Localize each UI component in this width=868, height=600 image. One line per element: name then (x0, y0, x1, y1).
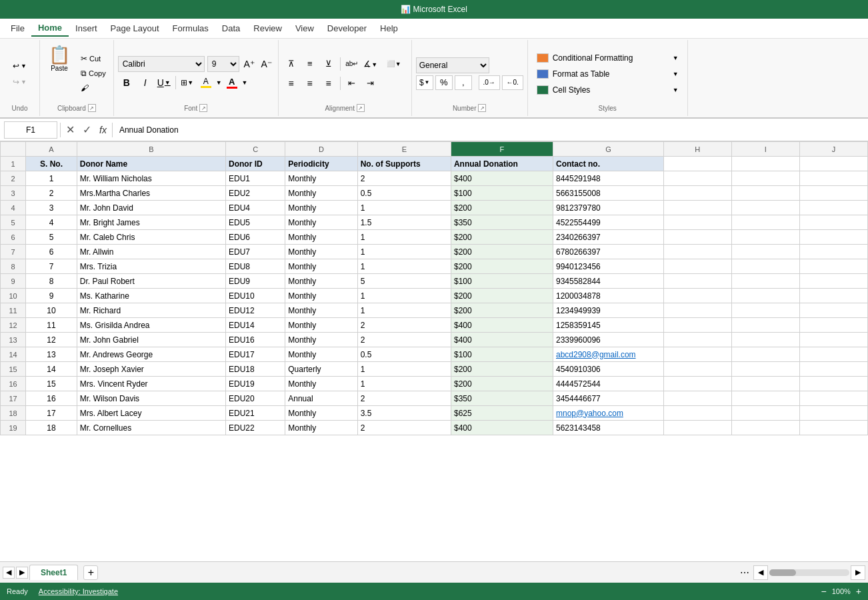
cell-j[interactable] (799, 377, 867, 391)
col-header-a[interactable]: A (26, 142, 77, 157)
cell-h[interactable] (663, 406, 731, 421)
conditional-formatting-button[interactable]: Conditional Formatting ▼ (533, 51, 682, 65)
cell-h[interactable] (663, 377, 731, 391)
fill-color-button[interactable]: A (197, 74, 215, 91)
cell-name[interactable]: Mr. Allwin (77, 245, 225, 259)
cell-i[interactable] (731, 201, 799, 215)
cell-supports[interactable]: 1 (357, 377, 451, 391)
cell-supports[interactable]: 1 (357, 303, 451, 318)
cell-j[interactable] (799, 171, 867, 186)
cell-j[interactable] (799, 406, 867, 421)
cell-h[interactable] (663, 186, 731, 201)
font-shrink-button[interactable]: A⁻ (259, 57, 274, 71)
row-header[interactable]: 6 (1, 230, 26, 245)
cell-period[interactable]: Monthly (285, 245, 357, 259)
cell-supports[interactable]: 0.5 (357, 186, 451, 201)
cell-sno[interactable]: 5 (26, 230, 77, 245)
cell-id[interactable]: EDU8 (225, 259, 285, 274)
cell-id[interactable]: EDU9 (225, 274, 285, 289)
cell-j[interactable] (799, 318, 867, 333)
cell-supports[interactable]: 5 (357, 274, 451, 289)
cell-contact[interactable]: mnop@yahoo.com (553, 406, 664, 421)
cell-i[interactable] (731, 362, 799, 377)
cell-name[interactable]: Mr. Wilson Davis (77, 391, 225, 406)
cell-sno[interactable]: 14 (26, 362, 77, 377)
cell-period[interactable]: Monthly (285, 303, 357, 318)
cell-name[interactable]: Mrs. Albert Lacey (77, 406, 225, 421)
row-header[interactable]: 15 (1, 362, 26, 377)
cell-j[interactable] (799, 289, 867, 303)
row-header[interactable]: 8 (1, 259, 26, 274)
cell-id[interactable]: EDU12 (225, 303, 285, 318)
cell-supports[interactable]: 2 (357, 333, 451, 347)
cell-period[interactable]: Monthly (285, 259, 357, 274)
cell-j[interactable] (799, 230, 867, 245)
cell-period[interactable]: Monthly (285, 171, 357, 186)
cell-contact[interactable]: 4540910306 (553, 362, 664, 377)
cell-h[interactable] (663, 391, 731, 406)
row-header[interactable]: 12 (1, 318, 26, 333)
cell-name[interactable]: Ms. Katharine (77, 289, 225, 303)
menu-file[interactable]: File (4, 21, 31, 36)
align-bottom-button[interactable]: ⊻ (320, 55, 337, 73)
cell-i[interactable] (731, 186, 799, 201)
cell-name[interactable]: Mr. Joseph Xavier (77, 362, 225, 377)
merge-button[interactable]: ⬜▼ (381, 55, 407, 73)
font-expand-icon[interactable]: ↗ (199, 104, 207, 112)
col-header-b[interactable]: B (77, 142, 225, 157)
zoom-in-button[interactable]: + (856, 586, 861, 597)
cell-period[interactable]: Monthly (285, 230, 357, 245)
row-header[interactable]: 10 (1, 289, 26, 303)
cell-contact[interactable]: 4444572544 (553, 377, 664, 391)
cell-i[interactable] (731, 289, 799, 303)
row-header[interactable]: 4 (1, 201, 26, 215)
cell-supports[interactable]: 0.5 (357, 347, 451, 362)
cell-contact[interactable]: 4522554499 (553, 215, 664, 230)
cell-h[interactable] (663, 421, 731, 435)
row-header[interactable]: 1 (1, 157, 26, 171)
cell-j[interactable] (799, 201, 867, 215)
cell-donation[interactable]: $100 (451, 347, 553, 362)
cell-sno[interactable]: 18 (26, 421, 77, 435)
cancel-formula-button[interactable]: ✕ (63, 125, 77, 135)
orientation-button[interactable]: ∡▼ (362, 55, 379, 73)
increase-decimal-button[interactable]: .0→ (479, 75, 500, 90)
number-format-select[interactable]: General Number Currency Accounting Short… (416, 57, 489, 73)
cell-j[interactable] (799, 347, 867, 362)
cell-id[interactable]: EDU18 (225, 362, 285, 377)
cell-sno[interactable]: 11 (26, 318, 77, 333)
format-painter-button[interactable]: 🖌 (77, 81, 109, 95)
percent-button[interactable]: % (435, 75, 453, 90)
cell-id[interactable]: EDU7 (225, 245, 285, 259)
cell-contact[interactable]: 6780266397 (553, 245, 664, 259)
row-header[interactable]: 17 (1, 391, 26, 406)
cell-j[interactable] (799, 333, 867, 347)
scroll-right-button[interactable]: ▶ (851, 565, 865, 580)
font-color-dropdown[interactable]: ▼ (242, 79, 248, 86)
cell-supports[interactable]: 3.5 (357, 406, 451, 421)
cell-i[interactable] (731, 421, 799, 435)
menu-developer[interactable]: Developer (321, 21, 373, 36)
cell-donation[interactable]: $100 (451, 274, 553, 289)
cell-contact[interactable]: 3454446677 (553, 391, 664, 406)
cell-id[interactable]: EDU19 (225, 377, 285, 391)
cell-supports[interactable]: 1 (357, 289, 451, 303)
cell-name[interactable]: Mr. William Nicholas (77, 171, 225, 186)
cell-j[interactable] (799, 215, 867, 230)
cell-name[interactable]: Mrs. Vincent Ryder (77, 377, 225, 391)
cell-contact[interactable]: 9345582844 (553, 274, 664, 289)
cell-i[interactable] (731, 215, 799, 230)
border-button[interactable]: ⊞▼ (179, 74, 196, 91)
fill-color-dropdown[interactable]: ▼ (216, 79, 222, 86)
cell-h[interactable] (663, 333, 731, 347)
sheet-options-button[interactable]: ⋯ (737, 565, 752, 580)
cell-sno[interactable]: 1 (26, 171, 77, 186)
font-name-select[interactable]: Calibri (118, 56, 205, 72)
cell-i[interactable] (731, 333, 799, 347)
accounting-format-button[interactable]: $▼ (416, 75, 433, 90)
cell-contact[interactable]: 2340266397 (553, 230, 664, 245)
number-expand-icon[interactable]: ↗ (478, 104, 486, 112)
font-grow-button[interactable]: A⁺ (242, 57, 257, 71)
row-header[interactable]: 5 (1, 215, 26, 230)
cell-h[interactable] (663, 289, 731, 303)
